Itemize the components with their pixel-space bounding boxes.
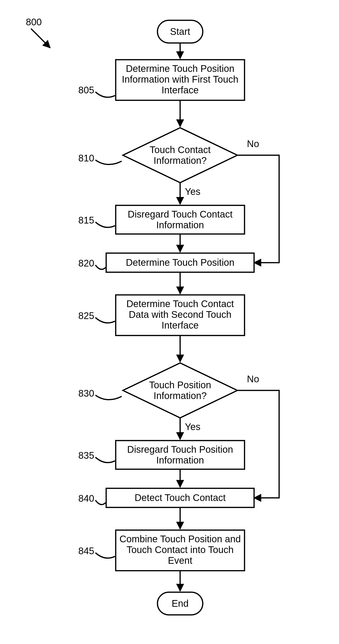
yes-label-830: Yes <box>185 422 200 432</box>
ref-845: 845 <box>78 546 94 556</box>
svg-line-0 <box>31 29 50 48</box>
start-label: Start <box>170 26 190 37</box>
ref-835: 835 <box>78 450 94 460</box>
ref-825: 825 <box>78 310 94 321</box>
ref-840: 840 <box>78 493 94 504</box>
no-label-830: No <box>247 374 259 384</box>
node-815-l1: Disregard Touch Contact <box>128 209 233 220</box>
node-835-l2: Information <box>156 455 204 466</box>
node-810-l2: Information? <box>154 155 207 166</box>
ref-810: 810 <box>78 153 94 163</box>
node-845-l1: Combine Touch Position and <box>119 534 241 544</box>
figure-ref: 800 <box>26 17 42 27</box>
node-835-l1: Disregard Touch Position <box>127 444 233 455</box>
ref-805: 805 <box>78 85 94 95</box>
node-805-l1: Determine Touch Position <box>126 63 234 74</box>
node-825-l1: Determine Touch Contact <box>126 298 234 309</box>
node-815-l2: Information <box>156 220 204 230</box>
ref-815: 815 <box>78 215 94 226</box>
node-825-l3: Interface <box>162 320 199 330</box>
node-825-l2: Data with Second Touch <box>129 309 232 320</box>
node-830-l1: Touch Position <box>149 380 211 390</box>
ref-830: 830 <box>78 388 94 398</box>
no-label-810: No <box>247 138 259 149</box>
end-label: End <box>172 598 188 609</box>
node-845-l2: Touch Contact into Touch <box>127 544 234 555</box>
node-805-l3: Interface <box>162 85 199 95</box>
ref-820: 820 <box>78 258 94 268</box>
node-820-l1: Determine Touch Position <box>126 257 234 268</box>
node-805-l2: Information with First Touch <box>122 74 238 84</box>
yes-label-810: Yes <box>185 186 200 197</box>
node-840-l1: Detect Touch Contact <box>135 492 226 503</box>
node-830-l2: Information? <box>154 390 207 401</box>
flowchart: 800 Start Determine Touch Position Infor… <box>0 0 339 644</box>
node-845-l3: Event <box>168 555 192 566</box>
node-810-l1: Touch Contact <box>150 144 211 155</box>
